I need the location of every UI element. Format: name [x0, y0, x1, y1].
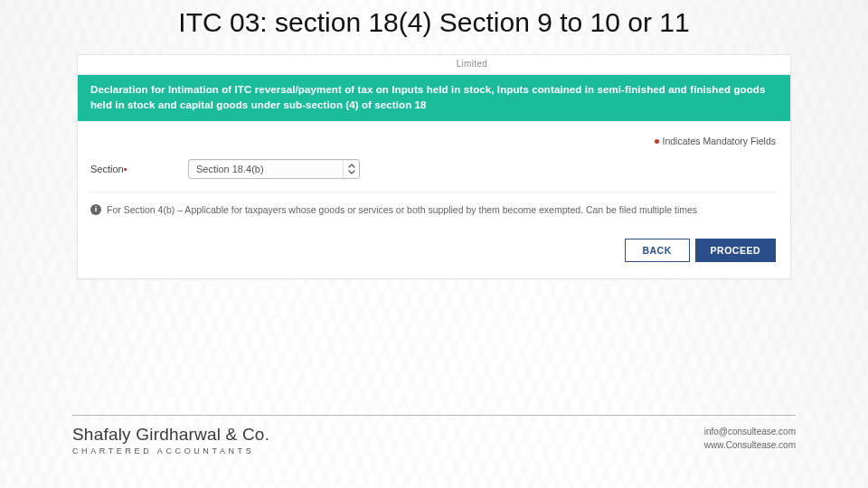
slide-container: ITC 03: section 18(4) Section 9 to 10 or…: [0, 0, 868, 488]
section-info-text: For Section 4(b) – Applicable for taxpay…: [107, 203, 697, 218]
slide-footer: Shafaly Girdharwal & Co. CHARTERED ACCOU…: [72, 415, 796, 455]
section-info-note: i For Section 4(b) – Applicable for taxp…: [90, 192, 778, 218]
button-row: BACK PROCEED: [90, 217, 778, 266]
info-icon: i: [90, 204, 101, 215]
section-label-text: Section: [90, 164, 124, 174]
section-select-value: Section 18.4(b): [196, 164, 264, 174]
declaration-banner: Declaration for Intimation of ITC revers…: [78, 75, 790, 121]
form-panel: Limited Declaration for Intimation of IT…: [77, 54, 791, 279]
panel-body: Indicates Mandatory Fields Section• Sect…: [78, 121, 790, 279]
mandatory-dot-icon: [655, 139, 659, 144]
chevron-updown-icon: [343, 160, 359, 178]
mandatory-note-text: Indicates Mandatory Fields: [663, 136, 776, 146]
contact-email: info@consultease.com: [704, 425, 796, 438]
slide-title: ITC 03: section 18(4) Section 9 to 10 or…: [0, 0, 868, 38]
firm-name: Shafaly Girdharwal & Co.: [72, 425, 269, 445]
proceed-button[interactable]: PROCEED: [695, 239, 776, 262]
panel-header-strip: Limited: [78, 55, 790, 75]
mandatory-note: Indicates Mandatory Fields: [90, 130, 778, 159]
section-select[interactable]: Section 18.4(b): [188, 159, 360, 179]
section-label: Section•: [90, 164, 172, 174]
back-button[interactable]: BACK: [625, 239, 690, 262]
firm-subtitle: CHARTERED ACCOUNTANTS: [72, 446, 269, 455]
firm-block: Shafaly Girdharwal & Co. CHARTERED ACCOU…: [72, 425, 269, 455]
required-star-icon: •: [124, 164, 127, 174]
contact-block: info@consultease.com www.Consultease.com: [704, 425, 796, 452]
section-field-row: Section• Section 18.4(b): [90, 159, 778, 192]
limited-tag: Limited: [457, 59, 487, 69]
contact-site: www.Consultease.com: [704, 438, 796, 452]
